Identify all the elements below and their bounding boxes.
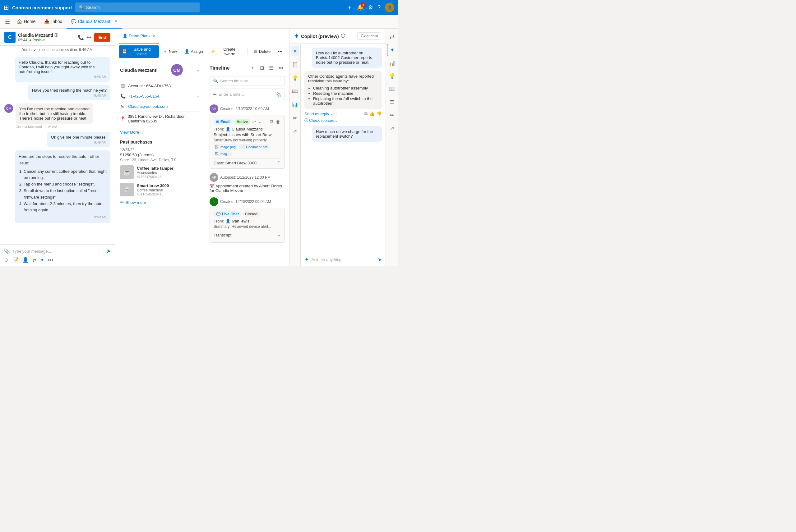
timeline-avatar-3: IL <box>209 197 218 206</box>
copilot-icon-bar: ✦ 📋 💡 📖 📊 ✏ ↗ <box>290 44 301 266</box>
tab-close-icon[interactable]: ✕ <box>114 19 117 24</box>
add-button[interactable]: ＋ <box>346 3 353 12</box>
collab-right-icon[interactable]: ☰ <box>387 96 397 108</box>
edit-right-icon[interactable]: ✏ <box>387 109 397 121</box>
phone-button[interactable]: 📞 <box>78 35 84 40</box>
customer-avatar: C <box>4 32 16 43</box>
timeline-item-1: CM Created: 2/10/2022 10:00 AM ✉ Email A… <box>209 104 285 169</box>
product-item-1: ☕ Coffee latte tamper Accessories #78534… <box>120 165 200 179</box>
address-value: 3891 Ranchview Dr. Richardson, Californi… <box>128 114 200 124</box>
more-toolbar-icon[interactable]: ••• <box>48 257 53 263</box>
case-tab-close[interactable]: ✕ <box>153 34 155 38</box>
show-more-button[interactable]: 👁 Show more <box>120 200 200 205</box>
attach-2[interactable]: 📄 Document.pdf <box>239 144 269 150</box>
new-button[interactable]: ＋ New <box>160 47 180 56</box>
phone-link[interactable]: +1-425-555-0154 <box>128 94 159 98</box>
email-attachments: 🖼 Image.png 📄 Document.pdf 🖼 Imag... <box>214 144 281 156</box>
assign-button[interactable]: 👤 Assign <box>181 48 206 55</box>
tab-inbox[interactable]: 📥 Inbox <box>40 15 66 28</box>
copilot-bulb-icon[interactable]: 💡 <box>290 73 300 83</box>
copilot-right-icon[interactable]: ✦ <box>387 44 397 56</box>
user-avatar[interactable]: 👤 <box>385 3 394 12</box>
chat-header-left: C Claudia Mezzanti ⓘ 05:44 ● Positive <box>4 32 58 43</box>
add-timeline-button[interactable]: ＋ <box>249 63 256 72</box>
image-icon-2: 🖼 <box>215 152 219 156</box>
waffle-icon[interactable]: ⊞ <box>4 4 9 11</box>
settings-icon[interactable]: ⚙ <box>368 4 373 11</box>
more-options-toolbar[interactable]: ••• <box>275 48 285 55</box>
chat-input[interactable] <box>13 249 104 253</box>
expand-panel-icon[interactable]: ⇄ <box>387 31 397 43</box>
send-as-reply-button[interactable]: Send as reply ⌄ <box>304 112 333 116</box>
message-1: Hello Claudia, thanks for reaching out t… <box>15 57 110 82</box>
active-badge: Active <box>234 119 250 125</box>
thumbs-down-icon[interactable]: 👎 <box>376 111 382 116</box>
more-timeline-button[interactable]: ••• <box>277 64 285 72</box>
clear-chat-button[interactable]: Clear chat <box>357 32 381 40</box>
case-tab-diane[interactable]: 👤 Diane Plank ✕ <box>119 28 159 44</box>
tab-home[interactable]: 🏠 Home <box>13 15 40 28</box>
sort-timeline-button[interactable]: ☰ <box>268 64 275 72</box>
transcript-row[interactable]: Transcript ⌄ <box>214 231 281 239</box>
attach-1[interactable]: 🖼 Image.png <box>214 144 237 150</box>
chat-input-row: 📎 ➤ <box>4 248 111 254</box>
tab-claudia[interactable]: 💬 Claudia Mezzanti ✕ <box>67 15 122 28</box>
case-chevron[interactable]: ⌃ <box>277 160 281 165</box>
copilot-title: ✦ Copilot (preview) ⓘ <box>294 32 345 40</box>
more-options-button[interactable]: ••• <box>87 35 92 40</box>
copilot-page-icon[interactable]: 📋 <box>290 60 300 69</box>
reply-button[interactable]: ↩ <box>252 119 257 125</box>
note-input[interactable] <box>219 92 273 97</box>
help-icon[interactable]: ? <box>377 4 381 11</box>
paperclip-note-icon[interactable]: 📎 <box>275 91 281 97</box>
thumbs-up-icon[interactable]: 👍 <box>369 111 375 116</box>
main-layout: C Claudia Mezzanti ⓘ 05:44 ● Positive <box>0 28 398 266</box>
search-input[interactable] <box>86 5 196 10</box>
content-area: Claudia Mezzanti CM ⌄ 🏢 Account : 654-AD… <box>115 59 289 266</box>
copy-feedback-icon[interactable]: ⧉ <box>365 111 368 116</box>
transfer-icon[interactable]: ⇄ <box>32 257 36 263</box>
copilot-list-icon[interactable]: 📊 <box>290 100 300 109</box>
knowledge-right-icon[interactable]: 💡 <box>386 70 398 82</box>
timeline-search[interactable]: 🔍 <box>209 76 285 86</box>
analytics-right-icon[interactable]: 📊 <box>386 57 398 69</box>
check-sources-button[interactable]: ⓘ Check sources ⌄ <box>304 118 382 123</box>
create-swarm-button[interactable]: ⚡ Create swarm <box>207 45 245 58</box>
expand-button[interactable]: ⌄ <box>196 68 200 72</box>
note-icon[interactable]: 📝 <box>13 257 19 263</box>
save-close-button[interactable]: 💾 Save and close <box>119 45 159 58</box>
search-box[interactable]: 🔍 <box>75 2 200 13</box>
send-button[interactable]: ➤ <box>106 248 111 254</box>
customer-name: Claudia Mezzanti ⓘ <box>18 33 58 38</box>
share-right-icon[interactable]: ↗ <box>387 122 397 134</box>
trash-button[interactable]: 🗑 <box>275 118 281 125</box>
copilot-info-icon[interactable]: ⓘ <box>341 33 345 39</box>
view-more-button[interactable]: View More ⌄ <box>120 130 200 135</box>
copilot-send-button[interactable]: ➤ <box>378 257 382 263</box>
closed-badge: Closed <box>242 211 260 217</box>
copy-button[interactable]: ⧉ <box>270 118 274 125</box>
notification-bell[interactable]: 🔔 8 <box>357 4 364 11</box>
copilot-book-icon[interactable]: 📖 <box>290 87 300 96</box>
copilot-pencil-icon[interactable]: ✏ <box>291 113 299 123</box>
end-button[interactable]: End <box>94 33 110 42</box>
timeline-card-1[interactable]: ✉ Email Active ↩ ⌄ ⧉ 🗑 <box>209 115 285 169</box>
star-icon[interactable]: ☆ <box>196 94 200 98</box>
copilot-share-icon[interactable]: ↗ <box>291 127 299 136</box>
hamburger-menu[interactable]: ☰ <box>2 18 13 25</box>
delete-button[interactable]: 🗑 Delete <box>250 48 274 55</box>
transcript-chevron[interactable]: ⌄ <box>277 232 281 238</box>
timeline-card-3[interactable]: 💬 Live Chat Closed From: 👤 Ivan lewis S <box>209 208 285 243</box>
copilot-toolbar-icon[interactable]: ✦ <box>40 257 44 263</box>
timeline-search-input[interactable] <box>220 79 281 83</box>
chevron-down-tl[interactable]: ⌄ <box>258 119 263 125</box>
attach-3[interactable]: 🖼 Imag... <box>214 151 232 156</box>
filter-timeline-button[interactable]: ⊞ <box>259 64 265 72</box>
emoji-icon[interactable]: ☺ <box>4 257 9 263</box>
email-link[interactable]: Claudia@outlook.com <box>128 104 168 109</box>
contact-icon[interactable]: 👤 <box>22 257 29 263</box>
copilot-input[interactable] <box>312 257 375 262</box>
note-input-area[interactable]: ✏ 📎 <box>209 89 285 100</box>
copilot-active-icon[interactable]: ✦ <box>291 46 299 56</box>
kb-right-icon[interactable]: 📖 <box>386 83 398 95</box>
